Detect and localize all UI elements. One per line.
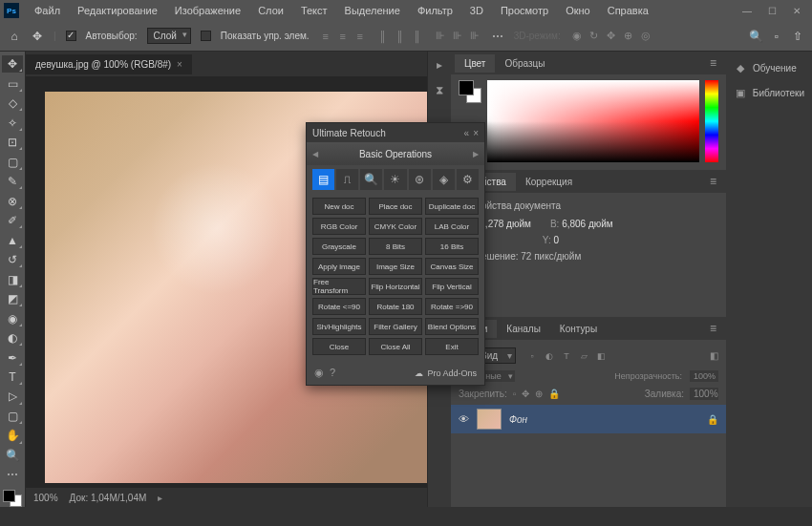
panel-menu-icon[interactable]: ≡	[704, 322, 722, 335]
stamp-tool[interactable]: ▲	[2, 231, 23, 248]
hue-slider[interactable]	[705, 80, 718, 162]
retouch-action-button[interactable]: RGB Color	[312, 218, 366, 235]
chevron-right-icon[interactable]: ▸	[158, 493, 162, 503]
3d-icon[interactable]: ◎	[639, 30, 652, 43]
menu-text[interactable]: Текст	[293, 2, 335, 19]
pulse-icon[interactable]: ⎍	[336, 169, 358, 190]
distribute-icon[interactable]: ⊪	[451, 30, 464, 43]
visibility-icon[interactable]: 👁	[459, 413, 469, 425]
retouch-action-button[interactable]: New doc	[312, 198, 366, 215]
close-tab-icon[interactable]: ×	[177, 59, 182, 70]
tab-color[interactable]: Цвет	[455, 54, 495, 73]
menu-image[interactable]: Изображение	[167, 2, 248, 19]
diamond-icon[interactable]: ◈	[433, 169, 455, 190]
retouch-action-button[interactable]: Free Transform	[312, 278, 366, 295]
3d-icon[interactable]: ◉	[570, 30, 584, 43]
tab-paths[interactable]: Контуры	[550, 320, 607, 338]
lasso-tool[interactable]: ◇	[2, 95, 23, 112]
filter-shape-icon[interactable]: ▱	[577, 349, 590, 363]
3d-icon[interactable]: ⊕	[622, 30, 635, 43]
collapse-icon[interactable]: «	[464, 128, 470, 138]
close-icon[interactable]: ×	[473, 128, 479, 138]
menu-window[interactable]: Окно	[558, 2, 598, 19]
minimize-icon[interactable]: —	[736, 2, 759, 19]
tab-adjustments[interactable]: Коррекция	[516, 173, 582, 191]
blur-tool[interactable]: ◉	[2, 309, 23, 326]
distribute-icon[interactable]: ⊪	[434, 30, 447, 43]
panel-menu-icon[interactable]: ≡	[704, 56, 722, 70]
pen-tool[interactable]: ✒	[2, 348, 23, 366]
retouch-action-button[interactable]: Sh/Highlights	[312, 318, 366, 335]
menu-file[interactable]: Файл	[27, 2, 68, 19]
shape-tool[interactable]: ▢	[2, 408, 23, 425]
panel-header[interactable]: Ultimate Retouch « ×	[307, 123, 484, 142]
hand-tool[interactable]: ✋	[2, 427, 23, 444]
retouch-action-button[interactable]: Apply image	[312, 258, 366, 275]
move-tool[interactable]: ✥	[2, 55, 23, 73]
pro-addons-link[interactable]: ☁ Pro Add-Ons	[415, 368, 477, 378]
doc-info[interactable]: Док: 1,04M/1,04M	[70, 493, 147, 503]
retouch-action-button[interactable]: 16 Bits	[425, 238, 479, 255]
retouch-action-button[interactable]: Image Size	[369, 258, 422, 275]
atom-icon[interactable]: ⊛	[409, 169, 431, 190]
basic-ops-icon[interactable]: ▤	[312, 169, 334, 190]
brightness-icon[interactable]: ☀	[384, 169, 406, 190]
retouch-action-button[interactable]: Place doc	[369, 198, 422, 215]
lock-position-icon[interactable]: ✥	[522, 389, 529, 399]
tab-swatches[interactable]: Образцы	[495, 54, 554, 73]
sidebar-learn[interactable]: ◆ Обучение	[726, 57, 812, 78]
autoselect-checkbox[interactable]	[66, 31, 76, 41]
move-tool-icon[interactable]: ✥	[31, 30, 44, 43]
maximize-icon[interactable]: ☐	[760, 2, 783, 19]
heal-tool[interactable]: ⊗	[2, 192, 23, 209]
gradient-tool[interactable]: ◩	[2, 290, 23, 307]
menu-select[interactable]: Выделение	[337, 2, 408, 19]
lock-all-icon[interactable]: 🔒	[548, 389, 560, 399]
foreground-color[interactable]	[3, 490, 15, 502]
distribute-icon[interactable]: ║	[394, 30, 407, 43]
tab-channels[interactable]: Каналы	[497, 320, 550, 338]
distribute-icon[interactable]: ║	[411, 30, 424, 43]
retouch-action-button[interactable]: CMYK Color	[369, 218, 422, 235]
eraser-tool[interactable]: ◨	[2, 270, 23, 287]
retouch-action-button[interactable]: 8 Bits	[369, 238, 422, 255]
history-brush-tool[interactable]: ↺	[2, 251, 23, 268]
collapse-icon[interactable]: ▸	[432, 57, 447, 73]
frame-tool[interactable]: ▢	[2, 153, 23, 170]
lock-pixels-icon[interactable]: ▫	[513, 389, 517, 399]
menu-edit[interactable]: Редактирование	[70, 2, 165, 19]
zoom-icon[interactable]: 🔍	[360, 169, 382, 190]
layer-name[interactable]: Фон	[509, 414, 527, 425]
close-icon[interactable]: ✕	[785, 2, 808, 19]
gear-icon[interactable]: ⚙	[457, 169, 479, 190]
share-icon[interactable]: ⇧	[791, 30, 804, 43]
text-tool[interactable]: T	[2, 368, 23, 386]
filter-toggle[interactable]: ◧	[710, 350, 718, 361]
menu-filter[interactable]: Фильтр	[410, 2, 460, 19]
path-tool[interactable]: ▷	[2, 388, 23, 405]
dodge-tool[interactable]: ◐	[2, 329, 23, 347]
wand-tool[interactable]: ✧	[2, 114, 23, 131]
zoom-tool[interactable]: 🔍	[2, 447, 23, 464]
retouch-action-button[interactable]: Canvas Size	[425, 258, 479, 275]
retouch-action-button[interactable]: Flip Vertical	[425, 278, 479, 295]
color-swatch-pair[interactable]	[459, 80, 481, 103]
ultimate-retouch-panel[interactable]: Ultimate Retouch « × Basic Operations ▤ …	[306, 122, 485, 386]
workspace-icon[interactable]: ▫	[770, 30, 783, 43]
opacity-input[interactable]: 100%	[690, 370, 718, 382]
retouch-action-button[interactable]: Close All	[369, 338, 422, 355]
distribute-icon[interactable]: ║	[376, 30, 390, 43]
retouch-action-button[interactable]: Exit	[425, 338, 479, 355]
section-nav[interactable]: Basic Operations	[307, 142, 484, 165]
menu-view[interactable]: Просмотр	[493, 2, 556, 19]
distribute-icon[interactable]: ⊪	[468, 30, 481, 43]
filter-smart-icon[interactable]: ◧	[594, 349, 608, 363]
layer-row[interactable]: 👁 Фон 🔒	[451, 405, 726, 433]
brush-tool[interactable]: ✐	[2, 212, 23, 229]
retouch-action-button[interactable]: LAB Color	[425, 218, 479, 235]
search-icon[interactable]: 🔍	[749, 30, 762, 43]
history-icon[interactable]: ⧗	[432, 82, 447, 97]
sidebar-libraries[interactable]: ▣ Библиотеки	[726, 82, 812, 103]
panel-menu-icon[interactable]: ≡	[704, 175, 722, 188]
retouch-action-button[interactable]: Flip Horizontal	[369, 278, 422, 295]
